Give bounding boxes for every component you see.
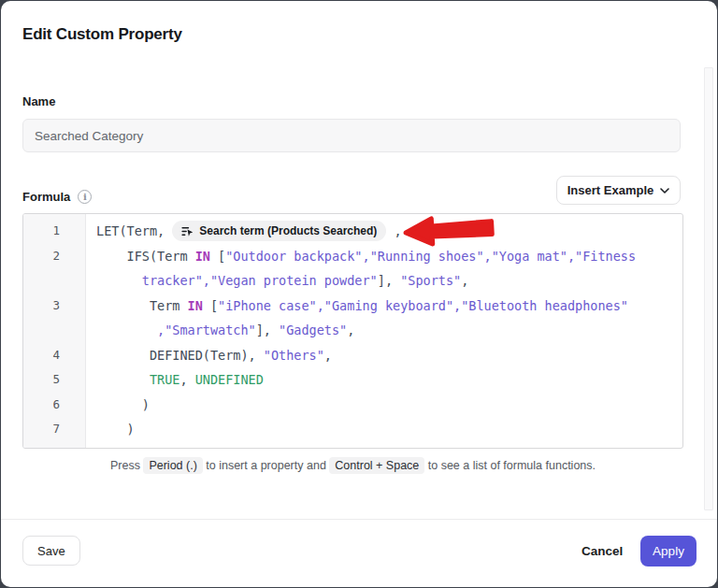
property-chip[interactable]: Search term (Products Searched) <box>172 221 386 241</box>
kbd-control-space: Control + Space <box>329 457 424 474</box>
code-segment: "Gadgets" <box>279 323 347 337</box>
code-line: DEFINED(Term), "Others", <box>85 343 332 368</box>
code-segment: tracker","Vegan protein powder" <box>142 273 378 288</box>
code-segment: , <box>461 273 468 288</box>
dialog-title: Edit Custom Property <box>22 25 182 44</box>
formula-label: Formula i <box>22 190 92 204</box>
code-segment: TRUE <box>150 372 180 387</box>
code-row: ,"Smartwatch"], "Gadgets", <box>23 318 682 343</box>
list-cursor-icon <box>181 225 194 237</box>
name-label-text: Name <box>22 94 55 108</box>
line-number <box>23 318 85 343</box>
code-segment: [ <box>210 249 225 264</box>
hint-prefix: Press <box>110 459 143 472</box>
name-label: Name <box>22 94 55 108</box>
code-segment: ,"Smartwatch" <box>157 323 256 337</box>
code-line: ) <box>85 417 135 442</box>
line-number <box>23 268 85 294</box>
footer-divider <box>1 519 717 520</box>
code-line: Term IN ["iPhone case","Gaming keyboard"… <box>85 294 628 319</box>
code-segment: , <box>180 372 194 387</box>
code-line: ,"Smartwatch"], "Gadgets", <box>85 318 354 343</box>
code-line: tracker","Vegan protein powder"], "Sport… <box>85 268 468 294</box>
code-row: 7 ) <box>23 417 682 442</box>
code-line: ) <box>85 393 150 418</box>
code-segment: IFS(Term <box>96 249 195 264</box>
property-chip-label: Search term (Products Searched) <box>199 219 377 244</box>
code-segment: , <box>324 348 332 363</box>
code-row: 6 ) <box>23 393 682 418</box>
code-line: TRUE, UNDEFINED <box>85 367 264 393</box>
code-segment: LET(Term, <box>96 223 172 238</box>
name-input[interactable] <box>22 119 681 152</box>
code-segment: [ <box>203 298 218 313</box>
code-segment: Term <box>96 298 188 313</box>
cancel-button[interactable]: Cancel <box>567 536 638 566</box>
hint-suffix: to see a list of formula functions. <box>424 459 596 472</box>
code-row: 5 TRUE, UNDEFINED <box>23 367 682 393</box>
code-segment <box>96 372 150 387</box>
code-line: IFS(Term IN ["Outdoor backpack","Running… <box>85 244 636 269</box>
apply-button[interactable]: Apply <box>640 536 696 566</box>
code-segment: ], <box>256 323 279 337</box>
scrollbar-track[interactable] <box>704 67 713 510</box>
line-number: 5 <box>23 367 85 393</box>
code-segment: , <box>386 223 401 238</box>
code-segment: "Outdoor backpack","Running shoes","Yoga… <box>225 249 636 264</box>
code-segment: IN <box>195 249 210 264</box>
code-segment: , <box>347 323 354 337</box>
line-number: 2 <box>23 244 85 269</box>
formula-label-text: Formula <box>22 190 70 204</box>
code-line: LET(Term, Search term (Products Searched… <box>85 219 402 244</box>
code-segment: "Others" <box>264 348 324 363</box>
info-icon[interactable]: i <box>78 190 92 204</box>
code-segment: UNDEFINED <box>195 372 264 387</box>
code-segment: IN <box>188 298 203 313</box>
code-segment: ) <box>96 422 135 437</box>
insert-example-button[interactable]: Insert Example <box>556 176 681 205</box>
hint-middle: to insert a property and <box>203 459 330 472</box>
line-number: 6 <box>23 393 85 418</box>
code-segment <box>96 273 142 288</box>
edit-custom-property-dialog: Edit Custom Property Name Formula i Inse… <box>1 1 717 587</box>
insert-example-label: Insert Example <box>567 183 654 197</box>
code-row: tracker","Vegan protein powder"], "Sport… <box>23 268 682 294</box>
code-row: 4 DEFINED(Term), "Others", <box>23 343 682 368</box>
code-segment: "Sports" <box>400 273 461 288</box>
code-segment: ) <box>96 397 150 412</box>
code-segment: "iPhone case","Gaming keyboard","Bluetoo… <box>218 298 628 313</box>
line-number: 4 <box>23 343 85 368</box>
line-number: 7 <box>23 417 85 442</box>
kbd-period: Period (.) <box>143 457 202 474</box>
code-row: 3 Term IN ["iPhone case","Gaming keyboar… <box>23 294 682 319</box>
formula-editor-rows: 1LET(Term, Search term (Products Searche… <box>23 214 682 442</box>
code-segment: ], <box>378 273 400 288</box>
code-row: 2 IFS(Term IN ["Outdoor backpack","Runni… <box>23 244 682 269</box>
code-segment <box>96 323 157 337</box>
save-button[interactable]: Save <box>22 536 80 566</box>
formula-hint: Press Period (.) to insert a property an… <box>22 459 683 472</box>
code-row: 1LET(Term, Search term (Products Searche… <box>23 219 682 244</box>
chevron-down-icon <box>660 188 669 194</box>
code-segment: DEFINED(Term), <box>96 348 264 363</box>
line-number: 3 <box>23 294 85 319</box>
line-number: 1 <box>23 219 85 244</box>
formula-editor[interactable]: 1LET(Term, Search term (Products Searche… <box>22 213 683 449</box>
